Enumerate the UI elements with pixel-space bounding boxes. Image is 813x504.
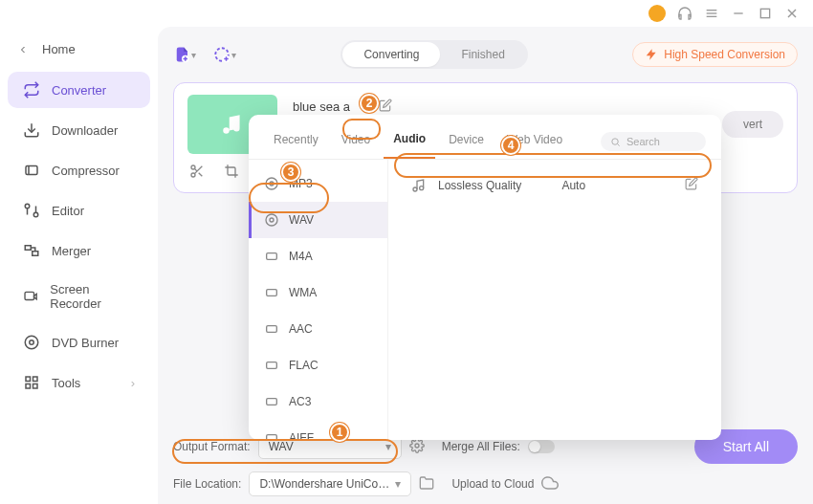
sidebar-item-label: Downloader (52, 123, 118, 138)
svg-rect-17 (26, 377, 31, 382)
format-aac[interactable]: AAC (249, 311, 387, 347)
sidebar-item-editor[interactable]: Editor (8, 192, 150, 229)
high-speed-conversion[interactable]: High Speed Conversion (632, 42, 798, 67)
tab-video[interactable]: Video (332, 125, 380, 158)
format-ac3[interactable]: AC3 (249, 383, 387, 420)
svg-rect-40 (267, 399, 277, 405)
add-file-button[interactable]: ▾ (173, 43, 196, 66)
sidebar-item-merger[interactable]: Merger (8, 232, 150, 269)
chevron-down-icon: ▾ (191, 50, 196, 60)
sidebar-item-downloader[interactable]: Downloader (8, 112, 150, 148)
annotation-badge-3: 3 (281, 163, 300, 182)
sidebar-item-label: Compressor (52, 164, 120, 178)
tools-icon (23, 374, 40, 391)
add-url-button[interactable]: ▾ (213, 43, 236, 66)
svg-rect-14 (25, 292, 33, 299)
format-flac[interactable]: FLAC (249, 347, 387, 383)
toolbar: ▾ ▾ Converting Finished High Speed Conve… (173, 40, 798, 69)
converter-icon (23, 81, 40, 99)
cloud-label: Upload to Cloud (451, 477, 534, 491)
settings-icon[interactable] (409, 438, 425, 456)
format-label: WMA (289, 286, 317, 299)
format-tabs: Recently Video Audio Device Web Video Se… (249, 115, 721, 160)
music-icon (411, 178, 427, 193)
trim-icon[interactable] (189, 164, 205, 183)
sidebar-item-screen-recorder[interactable]: Screen Recorder (8, 273, 150, 320)
format-label: WAV (289, 213, 314, 227)
maximize-icon[interactable] (758, 6, 773, 21)
minimize-icon[interactable] (731, 6, 746, 21)
screen-recorder-icon (23, 288, 38, 305)
open-folder-icon[interactable] (419, 475, 434, 493)
svg-rect-12 (25, 246, 31, 251)
merge-toggle[interactable] (528, 440, 555, 453)
disc-icon (264, 212, 279, 228)
sidebar-item-converter[interactable]: Converter (8, 72, 150, 108)
status-segment: Converting Finished (341, 40, 527, 69)
dvd-burner-icon (23, 334, 40, 351)
format-list: MP3 WAV M4A WMA AAC FLAC AC3 AIFF (249, 160, 388, 440)
sidebar-item-tools[interactable]: Tools › (8, 364, 150, 401)
svg-point-16 (30, 340, 34, 345)
format-wav[interactable]: WAV (249, 202, 387, 238)
tab-device[interactable]: Device (439, 125, 494, 158)
sidebar: Home Converter Downloader Compressor Edi… (0, 27, 158, 504)
file-location-label: File Location: (173, 477, 241, 491)
cloud-icon[interactable] (541, 474, 559, 494)
svg-rect-20 (33, 384, 38, 389)
format-aiff[interactable]: AIFF (249, 420, 387, 440)
svg-line-28 (194, 168, 197, 171)
sidebar-item-label: DVD Burner (52, 336, 119, 350)
format-m4a[interactable]: M4A (249, 238, 387, 274)
convert-button[interactable]: vert (722, 111, 783, 138)
format-label: AAC (289, 322, 313, 336)
output-format-value: WAV (269, 440, 294, 453)
close-icon[interactable] (784, 6, 800, 21)
codec-icon (264, 321, 279, 337)
edit-preset-icon[interactable] (685, 177, 698, 193)
crop-icon[interactable] (224, 164, 239, 183)
hsc-label: High Speed Conversion (664, 48, 785, 61)
edit-title-icon[interactable] (379, 99, 392, 115)
support-icon[interactable] (677, 6, 692, 21)
preset-value: Auto (561, 179, 585, 192)
svg-rect-4 (760, 9, 769, 17)
svg-point-34 (266, 214, 277, 226)
svg-point-33 (270, 182, 274, 186)
segment-finished[interactable]: Finished (440, 42, 525, 67)
search-icon (610, 137, 621, 147)
menu-icon[interactable] (704, 6, 719, 21)
svg-point-32 (266, 178, 277, 189)
tab-audio[interactable]: Audio (384, 124, 435, 159)
svg-rect-36 (267, 253, 277, 260)
file-title: blue sea a (293, 99, 350, 114)
svg-point-43 (420, 186, 424, 189)
svg-rect-38 (267, 326, 277, 333)
segment-converting[interactable]: Converting (342, 42, 440, 67)
format-search[interactable]: Search (601, 132, 706, 151)
svg-rect-8 (26, 166, 37, 175)
svg-point-30 (612, 138, 618, 143)
compressor-icon (23, 162, 40, 179)
svg-line-27 (199, 173, 203, 177)
chevron-right-icon: › (131, 376, 135, 390)
window-titlebar (0, 0, 813, 27)
sidebar-item-dvd-burner[interactable]: DVD Burner (8, 324, 150, 361)
output-format-label: Output Format: (173, 440, 251, 453)
svg-point-29 (415, 444, 419, 448)
tab-recently[interactable]: Recently (264, 125, 328, 158)
svg-rect-13 (33, 252, 38, 256)
format-mp3[interactable]: MP3 (249, 165, 387, 202)
home-label: Home (42, 42, 76, 56)
format-wma[interactable]: WMA (249, 274, 387, 311)
sidebar-item-label: Screen Recorder (50, 282, 135, 311)
home-link[interactable]: Home (0, 34, 158, 72)
avatar[interactable] (648, 5, 666, 22)
file-location-select[interactable]: D:\Wondershare UniConverter 1 ▾ (249, 471, 411, 496)
svg-rect-18 (33, 377, 38, 382)
sidebar-item-compressor[interactable]: Compressor (8, 152, 150, 188)
svg-line-31 (618, 143, 620, 145)
editor-icon (23, 202, 40, 219)
chevron-down-icon: ▾ (395, 477, 401, 491)
preset-lossless[interactable]: Lossless Quality Auto (402, 169, 708, 201)
